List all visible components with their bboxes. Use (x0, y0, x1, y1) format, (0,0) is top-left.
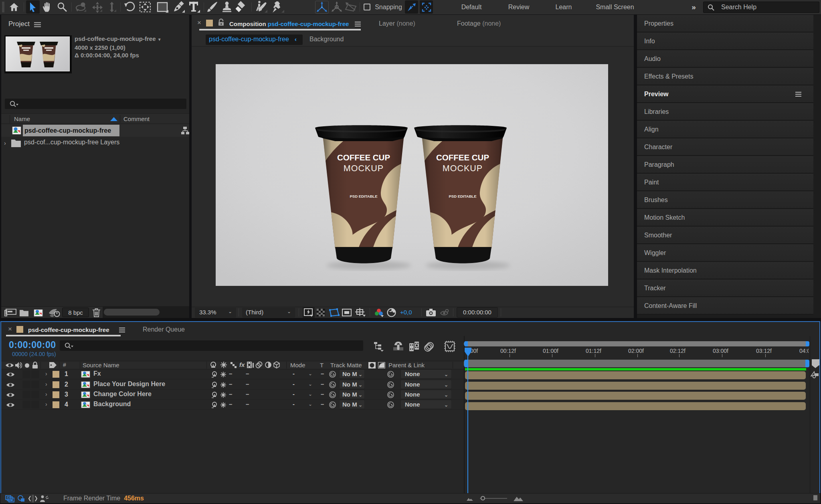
svg-text:fx: fx (239, 361, 245, 368)
